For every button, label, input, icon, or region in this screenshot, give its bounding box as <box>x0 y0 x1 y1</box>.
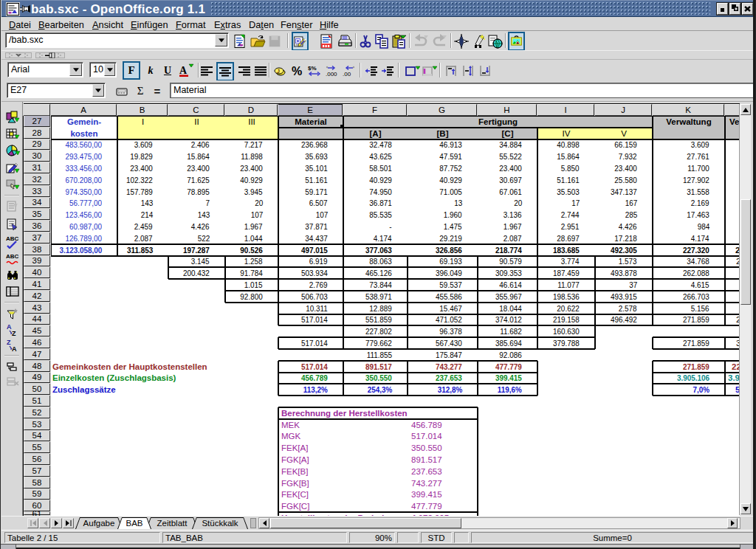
svg-text:ABC: ABC <box>6 253 19 260</box>
svg-text:.00: .00 <box>343 71 351 77</box>
svg-text:J: J <box>277 69 280 74</box>
svg-text:.000: .000 <box>326 71 337 77</box>
svg-text:A: A <box>12 345 17 353</box>
svg-text:Z: Z <box>7 339 11 346</box>
svg-text:ABC: ABC <box>6 235 19 242</box>
svg-text:$%: $% <box>308 65 317 72</box>
svg-text:%: % <box>292 65 302 77</box>
svg-text:Z: Z <box>12 330 16 337</box>
svg-text:A: A <box>179 65 188 76</box>
svg-text:A: A <box>7 323 12 331</box>
